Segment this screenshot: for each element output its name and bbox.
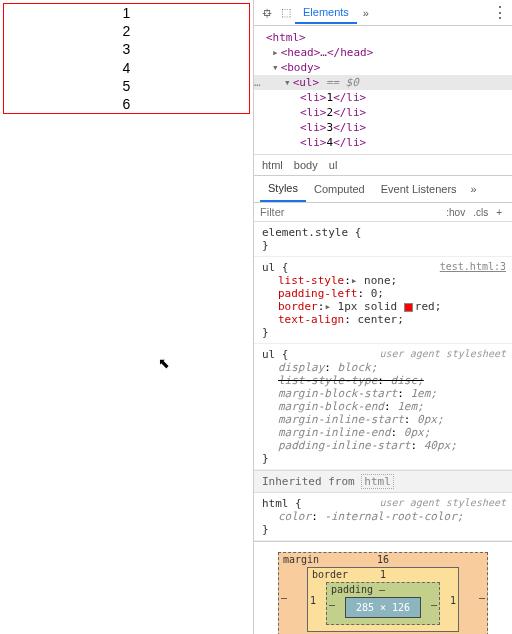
styles-tab-bar: Styles Computed Event Listeners » [254, 176, 512, 203]
crumb-html[interactable]: html [262, 159, 283, 171]
inherited-from-label: Inherited from html [254, 470, 512, 493]
cls-toggle[interactable]: .cls [473, 207, 488, 218]
box-model-diagram[interactable]: margin 16 – – border 1 1 1 padding – – –… [254, 542, 512, 634]
styles-pane[interactable]: element.style { } test.html:3 ul { list-… [254, 222, 512, 634]
rule-html-ua: user agent stylesheet html { color: -int… [254, 493, 512, 541]
dom-node-li: <li>4</li> [254, 135, 512, 150]
dom-tree[interactable]: <html> ▸<head>…</head> ▾<body> ▾<ul> == … [254, 26, 512, 154]
filter-input[interactable] [260, 206, 442, 218]
list-item: 1 [4, 4, 249, 22]
dom-node-li: <li>3</li> [254, 120, 512, 135]
rendered-list: 1 2 3 4 5 6 [3, 3, 250, 114]
dom-node-head: ▸<head>…</head> [254, 45, 512, 60]
list-item: 2 [4, 22, 249, 40]
crumb-body[interactable]: body [294, 159, 318, 171]
more-tabs-icon[interactable]: » [471, 183, 477, 195]
tab-event-listeners[interactable]: Event Listeners [373, 177, 465, 201]
rendered-page: 1 2 3 4 5 6 ⬉ [0, 0, 253, 634]
breadcrumb[interactable]: html body ul [254, 154, 512, 176]
list-item: 5 [4, 77, 249, 95]
dom-node-li: <li>2</li> [254, 105, 512, 120]
hov-toggle[interactable]: :hov [446, 207, 465, 218]
tab-styles[interactable]: Styles [260, 176, 306, 202]
list-item: 4 [4, 59, 249, 77]
devtools-toolbar: ⯐ ⬚ Elements » ⋮ [254, 0, 512, 26]
dom-node-body: ▾<body> [254, 60, 512, 75]
rule-ul-author: test.html:3 ul { list-style:▸ none; padd… [254, 257, 512, 344]
inspect-icon[interactable]: ⯐ [262, 7, 273, 19]
device-icon[interactable]: ⬚ [281, 6, 291, 19]
cursor-icon: ⬉ [158, 355, 170, 371]
new-rule-button[interactable]: + [496, 207, 502, 218]
dom-node-li: <li>1</li> [254, 90, 512, 105]
source-link[interactable]: test.html:3 [440, 261, 506, 272]
list-item: 3 [4, 40, 249, 58]
kebab-icon[interactable]: ⋮ [492, 3, 508, 22]
styles-filter-row: :hov .cls + [254, 203, 512, 222]
devtools-panel: ⯐ ⬚ Elements » ⋮ <html> ▸<head>…</head> … [253, 0, 512, 634]
tab-elements[interactable]: Elements [295, 2, 357, 24]
tab-computed[interactable]: Computed [306, 177, 373, 201]
more-tabs-icon[interactable]: » [363, 7, 369, 19]
rule-ul-ua: user agent stylesheet ul { display: bloc… [254, 344, 512, 470]
list-item: 6 [4, 95, 249, 113]
rule-element-style: element.style { } [254, 222, 512, 257]
color-swatch[interactable] [404, 303, 413, 312]
box-content-size: 285 × 126 [345, 597, 421, 618]
dom-node-ul: ▾<ul> == $0 [254, 75, 512, 90]
dom-node-html: <html> [254, 30, 512, 45]
crumb-ul[interactable]: ul [329, 159, 338, 171]
